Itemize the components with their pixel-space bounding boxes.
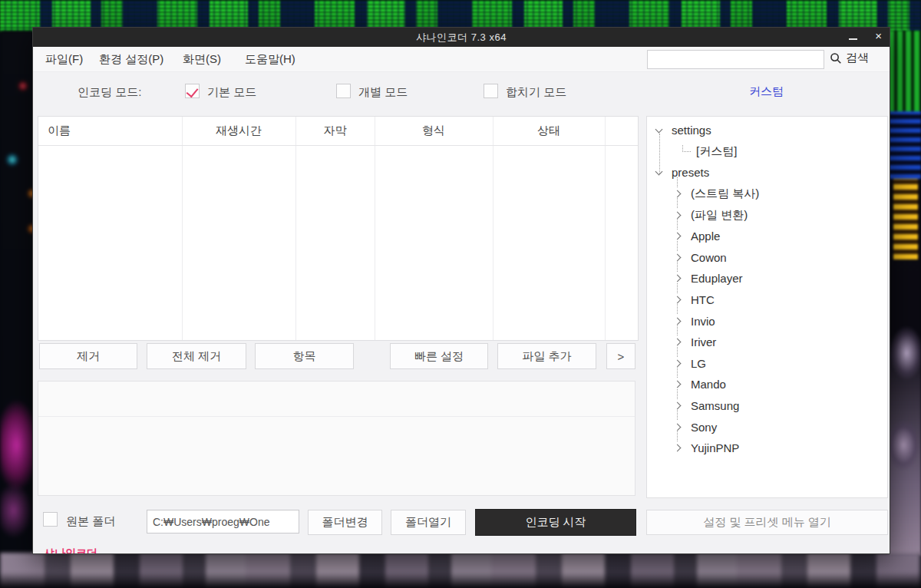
shana-footer-link[interactable]: 샤나인코더 [44, 547, 97, 554]
open-settings-preset-menu-button[interactable]: 설정 및 프리셋 메뉴 열기 [646, 510, 888, 535]
chevron-right-icon[interactable] [674, 359, 682, 367]
checkbox-individual-mode[interactable] [336, 84, 351, 98]
more-button[interactable]: > [606, 343, 635, 369]
column-header-format[interactable]: 형식 [375, 124, 493, 138]
close-icon[interactable]: × [875, 29, 882, 42]
chevron-right-icon[interactable] [674, 211, 682, 219]
tree-item-label[interactable]: (스트림 복사) [691, 187, 759, 201]
tree-item-lg[interactable]: LG [647, 353, 887, 375]
search-button[interactable]: 검색 [830, 51, 869, 65]
tree-item-label[interactable]: LG [691, 357, 706, 370]
column-divider [182, 117, 183, 340]
tree-item-stream-copy[interactable]: (스트림 복사) [647, 183, 887, 205]
chevron-right-icon[interactable] [674, 296, 682, 304]
search-input[interactable] [647, 50, 824, 69]
menu-view[interactable]: 화면(S) [183, 52, 221, 67]
menu-file[interactable]: 파일(F) [45, 52, 83, 67]
preset-tree-panel[interactable]: settings [커스텀] presets (스트림 복사) (파일 변환) … [646, 116, 888, 498]
quick-setting-button[interactable]: 빠른 설정 [390, 343, 488, 369]
tree-item-label[interactable]: HTC [691, 293, 715, 306]
chevron-right-icon[interactable] [674, 339, 682, 346]
tree-item-apple[interactable]: Apple [647, 226, 887, 247]
tree-elbow-connector [682, 145, 691, 152]
menu-help[interactable]: 도움말(H) [245, 52, 295, 67]
remove-all-button[interactable]: 전체 제거 [147, 343, 246, 369]
tree-item-label[interactable]: Apple [691, 230, 720, 243]
column-header-duration[interactable]: 재생시간 [182, 124, 295, 138]
background-bottom-blur [0, 553, 921, 588]
column-divider [493, 117, 494, 340]
chevron-right-icon[interactable] [674, 275, 682, 282]
tree-item-samsung[interactable]: Samsung [647, 395, 887, 417]
checkbox-merge-mode[interactable] [484, 84, 498, 98]
output-path-input[interactable] [147, 510, 299, 533]
search-icon [830, 52, 842, 64]
tree-item-label[interactable]: Cowon [691, 251, 727, 264]
column-divider [375, 117, 375, 340]
tree-item-yujinpnp[interactable]: YujinPNP [647, 438, 887, 459]
column-divider [295, 117, 296, 340]
chevron-right-icon[interactable] [674, 402, 682, 410]
chevron-right-icon[interactable] [674, 444, 682, 452]
tree-item-label[interactable]: YujinPNP [691, 441, 739, 454]
tree-item-iriver[interactable]: Iriver [647, 332, 887, 353]
tree-item-sony[interactable]: Sony [647, 416, 887, 438]
tree-item-file-convert[interactable]: (파일 변환) [647, 204, 887, 226]
column-header-status[interactable]: 상태 [493, 124, 605, 138]
item-button[interactable]: 항목 [255, 343, 354, 369]
file-list-table[interactable]: 이름 재생시간 자막 형식 상태 [38, 116, 639, 341]
change-folder-button[interactable]: 폴더변경 [308, 510, 382, 535]
tree-item-htc[interactable]: HTC [647, 289, 887, 311]
encoding-mode-label: 인코딩 모드: [78, 85, 141, 100]
basic-mode-label[interactable]: 기본 모드 [207, 85, 256, 100]
chevron-right-icon[interactable] [674, 381, 682, 388]
checkbox-source-folder[interactable] [43, 512, 58, 527]
tree-item-label[interactable]: Eduplayer [691, 272, 743, 285]
chevron-right-icon[interactable] [674, 423, 682, 431]
tree-group-presets[interactable]: presets [647, 162, 887, 183]
search-button-label: 검색 [846, 51, 869, 65]
tree-item-label[interactable]: Samsung [691, 399, 739, 412]
chevron-right-icon[interactable] [674, 253, 682, 261]
tree-item-custom[interactable]: [커스텀] [647, 141, 887, 163]
tree-item-eduplayer[interactable]: Eduplayer [647, 268, 887, 289]
menu-preferences[interactable]: 환경 설정(P) [99, 52, 163, 67]
titlebar[interactable]: 샤나인코더 7.3 x64 × [33, 28, 890, 47]
column-header-name[interactable]: 이름 [48, 124, 71, 138]
tree-item-label[interactable]: Invio [691, 315, 715, 328]
background-right-neon [889, 31, 921, 556]
tree-item-label[interactable]: Sony [691, 421, 717, 434]
checkbox-basic-mode[interactable] [185, 84, 200, 98]
source-folder-label[interactable]: 원본 폴더 [66, 514, 115, 529]
tree-item-label[interactable]: [커스텀] [696, 144, 737, 159]
merge-mode-label[interactable]: 합치기 모드 [506, 85, 566, 100]
chevron-down-icon[interactable] [655, 125, 663, 133]
minimize-icon[interactable] [849, 38, 857, 40]
chevron-right-icon[interactable] [674, 317, 682, 325]
background-left-neon [0, 31, 34, 556]
desktop-background: 샤나인코더 7.3 x64 × 파일(F) 환경 설정(P) 화면(S) 도움말… [0, 0, 921, 588]
tree-item-label[interactable]: Mando [691, 378, 726, 391]
table-header-row: 이름 재생시간 자막 형식 상태 [38, 117, 638, 146]
tree-item-cowon[interactable]: Cowon [647, 247, 887, 269]
tree-item-label[interactable]: (파일 변환) [691, 208, 748, 223]
log-box-divider [38, 416, 635, 417]
add-file-button[interactable]: 파일 추가 [497, 343, 596, 369]
menubar: 파일(F) 환경 설정(P) 화면(S) 도움말(H) 검색 [33, 47, 890, 72]
column-divider [605, 117, 606, 340]
custom-preset-link[interactable]: 커스텀 [749, 84, 784, 99]
chevron-right-icon[interactable] [674, 190, 682, 198]
tree-item-mando[interactable]: Mando [647, 374, 887, 395]
tree-group-label[interactable]: settings [672, 124, 711, 137]
chevron-down-icon[interactable] [655, 168, 663, 176]
tree-group-settings[interactable]: settings [647, 120, 887, 141]
remove-button[interactable]: 제거 [39, 343, 137, 369]
log-box[interactable] [38, 381, 635, 496]
column-header-subtitle[interactable]: 자막 [295, 124, 375, 138]
tree-item-label[interactable]: Iriver [691, 335, 716, 349]
chevron-right-icon[interactable] [674, 233, 682, 240]
open-folder-button[interactable]: 폴더열기 [391, 510, 466, 535]
start-encoding-button[interactable]: 인코딩 시작 [475, 509, 636, 536]
tree-item-invio[interactable]: Invio [647, 310, 887, 332]
individual-mode-label[interactable]: 개별 모드 [358, 85, 408, 100]
